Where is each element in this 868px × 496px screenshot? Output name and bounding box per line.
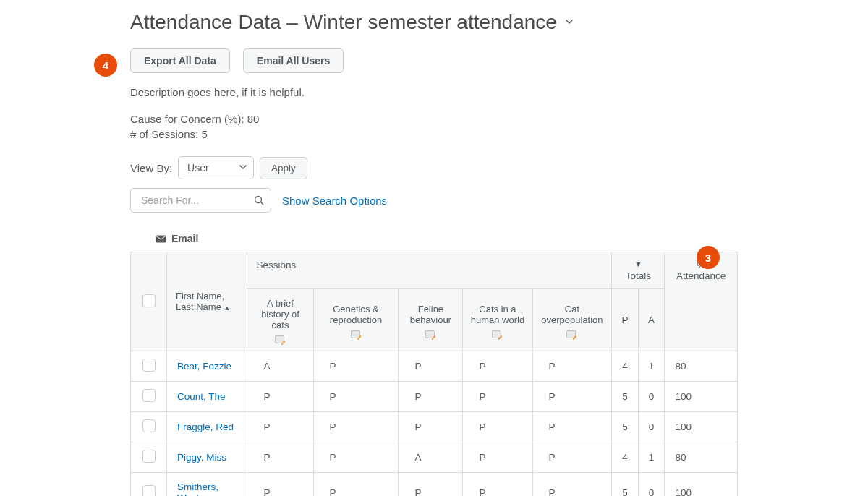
select-all-checkbox[interactable] [142,294,156,307]
row-checkbox[interactable] [142,450,156,463]
session-1-label: A brief history of cats [261,298,299,330]
totals-header-label: Totals [626,270,651,281]
title-dropdown-icon[interactable] [566,17,573,27]
session-4-label: Cats in a human world [471,304,524,325]
session-edit-icon[interactable] [275,335,286,345]
envelope-icon [156,235,166,243]
svg-rect-5 [425,330,434,338]
apply-button[interactable]: Apply [260,157,307,179]
session-2-label: Genetics & reproduction [330,304,382,325]
total-absent-cell: 0 [638,473,665,497]
session-mark: P [532,382,612,412]
total-present-cell: 5 [612,473,639,497]
session-mark: P [532,473,612,497]
session-col-5[interactable]: Cat overpopulation [532,289,612,351]
total-absent-cell: 0 [638,382,665,412]
session-5-label: Cat overpopulation [541,304,603,325]
session-mark: P [399,382,463,412]
export-all-data-button[interactable]: Export All Data [130,48,230,73]
sessions-header: Sessions [247,252,612,289]
name-column-header[interactable]: First Name, Last Name ▲ [167,252,247,351]
email-action-link[interactable]: Email [156,233,198,244]
user-link[interactable]: Smithers, Waylon [177,482,218,496]
session-mark: P [399,473,463,497]
total-present-cell: 5 [612,412,639,442]
session-edit-icon[interactable] [425,330,436,340]
sessions-count-text: # of Sessions: 5 [130,128,738,140]
user-link[interactable]: Fraggle, Red [177,422,234,432]
description-text: Description goes here, if it is helpful. [130,86,738,98]
pct-attendance-cell: 100 [665,473,738,497]
view-by-select[interactable]: User [178,156,254,179]
table-row: Piggy, Miss P P A P P 4 1 80 [131,442,738,473]
total-present-cell: 4 [612,351,639,382]
svg-rect-4 [351,330,359,338]
pct-attendance-cell: 100 [665,382,738,412]
user-link[interactable]: Piggy, Miss [177,452,226,463]
search-input[interactable] [130,188,271,213]
session-mark: P [313,412,399,442]
svg-rect-3 [276,336,284,343]
session-mark: P [313,351,399,382]
cause-for-concern-text: Cause for Concern (%): 80 [130,113,738,125]
row-checkbox[interactable] [142,485,156,497]
session-mark: P [463,442,532,473]
session-edit-icon[interactable] [351,330,362,340]
email-action-label: Email [171,233,198,244]
view-by-label: View By: [130,162,172,174]
total-absent-cell: 1 [638,442,665,473]
session-mark: A [399,442,463,473]
page-title: Attendance Data – Winter semester attend… [130,11,557,34]
session-mark: P [463,473,532,497]
session-mark: P [463,351,532,382]
session-mark: P [247,473,313,497]
pct-attendance-cell: 80 [665,351,738,382]
session-col-4[interactable]: Cats in a human world [463,289,532,351]
total-present-header[interactable]: P [612,289,639,351]
attendance-table: First Name, Last Name ▲ Sessions ▼ Total… [130,252,738,496]
session-mark: P [463,412,532,442]
total-present-cell: 4 [612,442,639,473]
sort-ascending-icon: ▲ [224,304,231,312]
total-present-cell: 5 [612,382,639,412]
show-search-options-link[interactable]: Show Search Options [282,194,387,207]
session-mark: P [313,442,399,473]
totals-dropdown-icon: ▼ [621,260,655,268]
user-link[interactable]: Bear, Fozzie [177,361,231,372]
email-all-users-button[interactable]: Email All Users [243,48,344,73]
first-name-header: First Name, [176,291,224,302]
table-row: Fraggle, Red P P P P P 5 0 100 [131,412,738,442]
total-absent-cell: 0 [638,412,665,442]
pct-attendance-cell: 100 [665,412,738,442]
session-edit-icon[interactable] [492,330,503,340]
select-all-column [131,252,167,351]
session-mark: P [532,442,612,473]
session-col-1[interactable]: A brief history of cats [247,289,313,351]
session-mark: P [313,382,399,412]
session-mark: P [399,412,463,442]
row-checkbox[interactable] [142,359,156,372]
session-mark: P [399,351,463,382]
search-icon[interactable] [254,195,264,205]
session-col-3[interactable]: Feline behaviour [399,289,463,351]
session-edit-icon[interactable] [566,330,577,340]
svg-line-1 [261,202,264,205]
total-absent-cell: 1 [638,351,665,382]
svg-rect-6 [493,330,501,338]
pct-attendance-cell: 80 [665,442,738,473]
annotation-3-marker: 3 [697,246,720,269]
row-checkbox[interactable] [142,389,156,402]
svg-rect-7 [567,330,576,338]
session-mark: P [247,412,313,442]
table-row: Count, The P P P P P 5 0 100 [131,382,738,412]
session-mark: A [247,351,313,382]
table-row: Bear, Fozzie A P P P P 4 1 80 [131,351,738,382]
row-checkbox[interactable] [142,419,156,432]
session-col-2[interactable]: Genetics & reproduction [313,289,399,351]
annotation-4-marker: 4 [94,54,117,77]
session-mark: P [532,351,612,382]
totals-header[interactable]: ▼ Totals [612,252,665,289]
session-mark: P [247,442,313,473]
total-absent-header[interactable]: A [638,289,665,351]
user-link[interactable]: Count, The [177,391,226,402]
